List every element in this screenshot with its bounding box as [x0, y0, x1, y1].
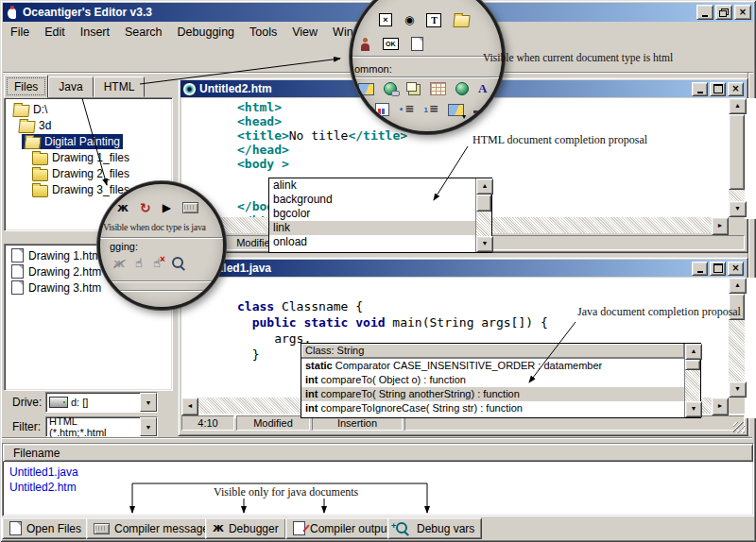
scroll-down-icon[interactable]: ▼ [729, 381, 747, 398]
menu-file[interactable]: File [3, 23, 37, 42]
java-document-window: Untitled1.java × class Classname { publi… [178, 257, 748, 436]
completion-item[interactable]: onload [269, 235, 475, 249]
scroll-up-icon[interactable]: ▲ [685, 344, 702, 360]
scroll-thumb[interactable] [685, 360, 700, 370]
popup-scrollbar[interactable]: ▲ ▼ [475, 178, 491, 252]
menu-insert[interactable]: Insert [73, 23, 117, 42]
tree-item[interactable]: Drawing 1_files [5, 149, 172, 165]
filter-select[interactable]: HTML (*.htm;*.html ▼ [45, 416, 158, 437]
edit-document-icon [293, 521, 305, 535]
scroll-up-icon[interactable]: ▲ [476, 178, 493, 195]
tree-item-label: 3d [39, 119, 51, 132]
folder-icon [32, 153, 48, 165]
java-close-button[interactable]: × [728, 262, 744, 276]
scroll-thumb[interactable] [729, 114, 745, 190]
search-icon [396, 522, 407, 534]
menu-debugging[interactable]: Debugging [170, 23, 242, 42]
hand-stop-icon: ☝ [153, 257, 161, 270]
window-title: Oceantiger's Editor v3.3 [23, 6, 152, 19]
tab-label: Compiler messages [114, 522, 215, 535]
resize-grip[interactable] [733, 422, 745, 433]
folder-icon [32, 169, 48, 181]
completion-item[interactable]: alink [269, 178, 475, 193]
folder-open-icon [18, 121, 35, 133]
restore-button[interactable] [715, 5, 732, 20]
html-maximize-button[interactable] [710, 82, 726, 96]
scroll-down-icon[interactable]: ▼ [729, 201, 747, 217]
close-button[interactable]: × [734, 5, 751, 20]
scroll-left-icon[interactable]: ◄ [181, 398, 198, 415]
drive-dropdown-button[interactable]: ▼ [140, 393, 157, 412]
menu-edit[interactable]: Edit [37, 23, 73, 42]
html-close-button[interactable]: × [728, 82, 744, 96]
scroll-thumb[interactable] [476, 195, 491, 212]
annotation-java-completion: Java document completion proposal [577, 305, 741, 319]
scroll-right-icon[interactable]: ► [712, 217, 729, 235]
completion-item[interactable]: int compareTo( Object o) : function [301, 373, 684, 387]
menu-search[interactable]: Search [117, 23, 170, 42]
folder-open-icon [12, 105, 29, 117]
tree-item-row[interactable]: Drawing 1_files [29, 150, 132, 165]
tree-item-row[interactable]: 3d [16, 118, 54, 133]
tree-item[interactable]: Drawing 2_files [5, 165, 172, 181]
inspect-icon [172, 257, 183, 268]
completion-item[interactable]: background [269, 193, 475, 207]
open-file-link[interactable]: Untitled2.htm [3, 480, 753, 495]
tab-debug-vars[interactable]: Debug vars [387, 517, 482, 539]
java-maximize-button[interactable] [710, 262, 726, 276]
open-file-link[interactable]: Untitled1.java [3, 465, 753, 480]
java-minimize-button[interactable] [692, 262, 708, 276]
bottom-tab-bar: Open FilesCompiler messagesжDebuggerComp… [2, 517, 754, 538]
completion-item[interactable]: static Comparator CASE_INSENSITIVE_ORDER… [301, 359, 684, 373]
completion-item[interactable]: int compareTo( String anotherString) : f… [301, 387, 684, 401]
scroll-corner [729, 398, 745, 414]
java-completion-list: static Comparator CASE_INSENSITIVE_ORDER… [301, 359, 684, 415]
tab-compiler-messages[interactable]: Compiler messages [86, 517, 222, 539]
scroll-right-icon[interactable]: ► [712, 398, 729, 415]
scroll-up-icon[interactable]: ▲ [729, 98, 747, 114]
code-line: <head> [237, 114, 756, 128]
tree-item-row[interactable]: Drawing 3_files [29, 182, 132, 197]
document-icon [11, 248, 24, 263]
java-toolbar-magnifier: ж↻▶ Visible when doc type is java gging:… [97, 181, 226, 310]
minimize-button[interactable] [696, 5, 713, 20]
file-list-item-label: Drawing 2.htm [28, 265, 101, 279]
tree-item[interactable]: 3d [5, 117, 172, 133]
scroll-down-icon[interactable]: ▼ [476, 236, 493, 252]
tab-compiler-output[interactable]: Compiler output [285, 517, 398, 539]
completion-item[interactable]: bgcolor [269, 207, 475, 221]
drive-select[interactable]: d: [] ▼ [45, 392, 158, 413]
document-icon [11, 264, 24, 279]
menu-view[interactable]: View [284, 23, 325, 42]
tab-html[interactable]: HTML [94, 76, 146, 97]
filename-column-header[interactable]: Filename [3, 444, 753, 462]
tree-item-row[interactable]: D:\ [10, 102, 50, 117]
document-icon [411, 37, 423, 51]
drive-value: d: [] [71, 397, 88, 408]
tab-open-files[interactable]: Open Files [2, 517, 89, 539]
tab-java[interactable]: Java [48, 76, 93, 97]
popup-scrollbar[interactable]: ▲ ▼ [684, 344, 700, 417]
tree-item[interactable]: D:\ [5, 101, 172, 117]
html-vertical-scrollbar[interactable]: ▲ ▼ [729, 98, 745, 217]
tab-debugger[interactable]: жDebugger [205, 517, 286, 539]
tree-item-row[interactable]: Digital Painting [22, 134, 123, 149]
menu-tools[interactable]: Tools [242, 23, 284, 42]
app-icon [5, 6, 20, 20]
html-minimize-button[interactable] [692, 82, 708, 96]
tab-files[interactable]: Files [4, 75, 48, 98]
completion-item[interactable]: link [269, 221, 475, 235]
tab-label: Debugger [229, 522, 279, 535]
scroll-down-icon[interactable]: ▼ [685, 401, 702, 417]
completion-item[interactable]: int compareToIgnoreCase( String str) : f… [301, 401, 684, 415]
folder-icon [32, 185, 48, 197]
filter-dropdown-button[interactable]: ▼ [140, 417, 157, 436]
java-window-titlebar[interactable]: Untitled1.java × [180, 260, 746, 277]
tree-item-row[interactable]: Drawing 2_files [29, 166, 132, 181]
scroll-up-icon[interactable]: ▲ [729, 278, 747, 294]
filter-value: HTML (*.htm;*.html [49, 415, 137, 438]
tree-item[interactable]: Digital Painting [5, 133, 172, 149]
hand-icon: ☝ [135, 257, 143, 270]
java-vertical-scrollbar[interactable]: ▲ ▼ [729, 278, 745, 398]
textfield-icon: T [426, 13, 441, 27]
